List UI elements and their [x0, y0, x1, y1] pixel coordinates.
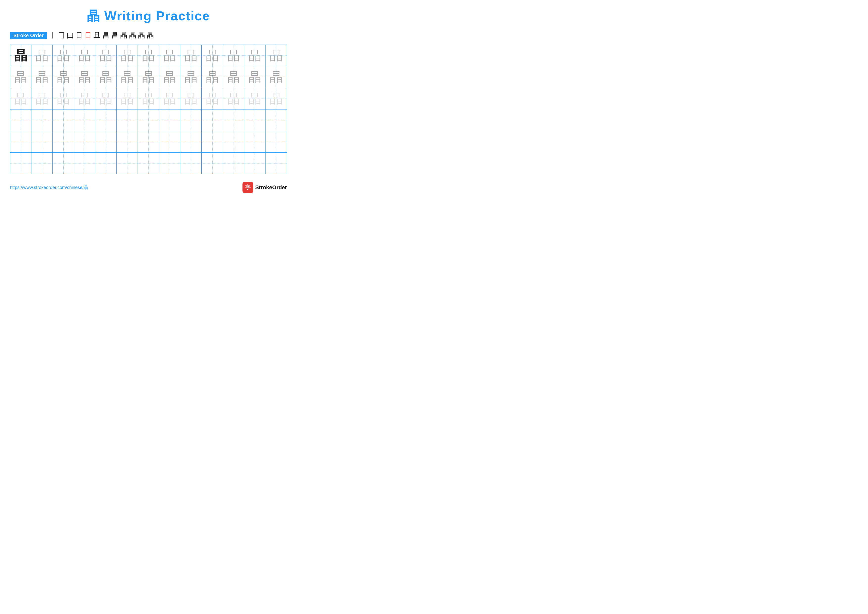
grid-cell-r6c12[interactable] — [244, 152, 265, 174]
grid-cell-r2c6[interactable]: 晶 — [116, 66, 138, 88]
footer-url[interactable]: https://www.strokeorder.com/chinese/晶 — [10, 185, 88, 190]
char-medium: 晶 — [14, 71, 27, 84]
grid-cell-r2c3[interactable]: 晶 — [53, 66, 74, 88]
grid-cell-r5c11[interactable] — [223, 131, 244, 152]
char-medium: 晶 — [142, 71, 155, 84]
char-medium: 晶 — [248, 71, 261, 84]
grid-cell-r5c9[interactable] — [180, 131, 202, 152]
grid-cell-r5c5[interactable] — [95, 131, 116, 152]
grid-cell-r4c7[interactable] — [138, 109, 159, 131]
grid-cell-r4c2[interactable] — [31, 109, 53, 131]
grid-cell-r1c3[interactable]: 晶 — [53, 45, 74, 66]
grid-cell-r4c13[interactable] — [265, 109, 287, 131]
grid-cell-r6c8[interactable] — [159, 152, 180, 174]
grid-cell-r6c13[interactable] — [265, 152, 287, 174]
grid-cell-r6c5[interactable] — [95, 152, 116, 174]
grid-cell-r3c9[interactable]: 晶 — [180, 88, 202, 109]
grid-cell-r2c1[interactable]: 晶 — [10, 66, 31, 88]
grid-cell-r3c10[interactable]: 晶 — [202, 88, 223, 109]
grid-cell-r1c10[interactable]: 晶 — [202, 45, 223, 66]
grid-cell-r1c12[interactable]: 晶 — [244, 45, 265, 66]
grid-cell-r1c13[interactable]: 晶 — [265, 45, 287, 66]
grid-cell-r6c6[interactable] — [116, 152, 138, 174]
grid-cell-r2c2[interactable]: 晶 — [31, 66, 53, 88]
stroke-12: 晶 — [147, 31, 154, 40]
grid-cell-r1c8[interactable]: 晶 — [159, 45, 180, 66]
grid-row-2: 晶 晶 晶 晶 晶 晶 晶 晶 晶 晶 晶 晶 晶 — [10, 66, 287, 88]
grid-cell-r6c7[interactable] — [138, 152, 159, 174]
grid-cell-r5c7[interactable] — [138, 131, 159, 152]
grid-cell-r4c9[interactable] — [180, 109, 202, 131]
grid-cell-r3c11[interactable]: 晶 — [223, 88, 244, 109]
grid-cell-r5c3[interactable] — [53, 131, 74, 152]
grid-cell-r6c2[interactable] — [31, 152, 53, 174]
grid-cell-r6c4[interactable] — [74, 152, 95, 174]
grid-cell-r2c8[interactable]: 晶 — [159, 66, 180, 88]
grid-cell-r3c6[interactable]: 晶 — [116, 88, 138, 109]
stroke-4: 日 — [76, 31, 83, 40]
stroke-9: 晶 — [120, 31, 127, 40]
grid-cell-r6c9[interactable] — [180, 152, 202, 174]
grid-cell-r3c12[interactable]: 晶 — [244, 88, 265, 109]
grid-row-3: 晶 晶 晶 晶 晶 晶 晶 晶 晶 晶 晶 晶 晶 — [10, 88, 287, 109]
char-medium: 晶 — [248, 49, 261, 62]
stroke-2: 冂 — [58, 31, 65, 40]
grid-cell-r2c5[interactable]: 晶 — [95, 66, 116, 88]
grid-cell-r1c7[interactable]: 晶 — [138, 45, 159, 66]
grid-cell-r2c13[interactable]: 晶 — [265, 66, 287, 88]
grid-cell-r1c5[interactable]: 晶 — [95, 45, 116, 66]
grid-cell-r1c11[interactable]: 晶 — [223, 45, 244, 66]
grid-cell-r6c3[interactable] — [53, 152, 74, 174]
grid-row-5 — [10, 131, 287, 152]
grid-cell-r2c11[interactable]: 晶 — [223, 66, 244, 88]
char-medium: 晶 — [184, 49, 197, 62]
grid-cell-r5c13[interactable] — [265, 131, 287, 152]
grid-cell-r5c6[interactable] — [116, 131, 138, 152]
grid-cell-r6c11[interactable] — [223, 152, 244, 174]
grid-cell-r4c11[interactable] — [223, 109, 244, 131]
grid-cell-r6c10[interactable] — [202, 152, 223, 174]
char-medium: 晶 — [270, 49, 282, 62]
grid-cell-r5c10[interactable] — [202, 131, 223, 152]
grid-cell-r4c4[interactable] — [74, 109, 95, 131]
grid-cell-r2c9[interactable]: 晶 — [180, 66, 202, 88]
char-medium: 晶 — [36, 71, 48, 84]
grid-cell-r5c1[interactable] — [10, 131, 31, 152]
grid-cell-r3c4[interactable]: 晶 — [74, 88, 95, 109]
grid-cell-r4c10[interactable] — [202, 109, 223, 131]
grid-cell-r3c8[interactable]: 晶 — [159, 88, 180, 109]
grid-cell-r3c2[interactable]: 晶 — [31, 88, 53, 109]
grid-cell-r4c1[interactable] — [10, 109, 31, 131]
grid-cell-r4c5[interactable] — [95, 109, 116, 131]
grid-cell-r5c2[interactable] — [31, 131, 53, 152]
grid-cell-r5c8[interactable] — [159, 131, 180, 152]
grid-cell-r1c2[interactable]: 晶 — [31, 45, 53, 66]
grid-cell-r2c4[interactable]: 晶 — [74, 66, 95, 88]
grid-cell-r3c1[interactable]: 晶 — [10, 88, 31, 109]
grid-cell-r4c6[interactable] — [116, 109, 138, 131]
stroke-1: 丨 — [49, 31, 56, 40]
grid-cell-r4c8[interactable] — [159, 109, 180, 131]
grid-cell-r3c3[interactable]: 晶 — [53, 88, 74, 109]
grid-cell-r2c7[interactable]: 晶 — [138, 66, 159, 88]
grid-cell-r6c1[interactable] — [10, 152, 31, 174]
grid-cell-r4c12[interactable] — [244, 109, 265, 131]
grid-cell-r4c3[interactable] — [53, 109, 74, 131]
grid-cell-r5c4[interactable] — [74, 131, 95, 152]
grid-cell-r5c12[interactable] — [244, 131, 265, 152]
char-light: 晶 — [270, 92, 282, 105]
grid-cell-r1c6[interactable]: 晶 — [116, 45, 138, 66]
grid-cell-r1c9[interactable]: 晶 — [180, 45, 202, 66]
grid-cell-r1c4[interactable]: 晶 — [74, 45, 95, 66]
stroke-6: 旦 — [93, 31, 101, 40]
grid-cell-r3c7[interactable]: 晶 — [138, 88, 159, 109]
stroke-5: 日 — [85, 31, 91, 40]
char-medium: 晶 — [163, 49, 176, 62]
grid-cell-r2c10[interactable]: 晶 — [202, 66, 223, 88]
grid-cell-r3c13[interactable]: 晶 — [265, 88, 287, 109]
char-medium: 晶 — [57, 71, 70, 84]
grid-cell-r1c1[interactable]: 晶 — [10, 45, 31, 66]
grid-row-6 — [10, 152, 287, 174]
grid-cell-r3c5[interactable]: 晶 — [95, 88, 116, 109]
grid-cell-r2c12[interactable]: 晶 — [244, 66, 265, 88]
